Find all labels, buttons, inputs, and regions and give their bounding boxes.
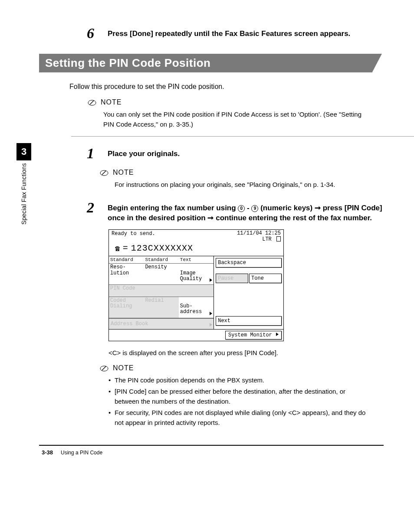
chevron-right-icon xyxy=(210,323,212,326)
step-number: 6 xyxy=(87,26,97,41)
step-number: 2 xyxy=(87,200,97,215)
note-bullet-list: The PIN code position depends on the PBX… xyxy=(108,375,371,428)
lcd-screenshot: Ready to send. 11/11/04 12:25 LTR ☎ = 12… xyxy=(108,229,284,341)
section-heading: Setting the PIN Code Position xyxy=(39,54,372,72)
lcd-datetime: 11/11/04 12:25 xyxy=(237,230,281,236)
note-block: NOTE xyxy=(100,364,384,373)
footer-title: Using a PIN Code xyxy=(61,450,102,456)
lcd-backspace-button[interactable]: Backspace xyxy=(216,258,282,268)
svg-line-1 xyxy=(90,101,94,104)
pencil-note-icon xyxy=(88,98,96,107)
step-description: <C> is displayed on the screen after you… xyxy=(108,349,384,356)
phone-icon: ☎ xyxy=(115,244,120,253)
chapter-number: 3 xyxy=(16,143,31,160)
lcd-dial-value: 123CXXXXXXX xyxy=(131,243,193,253)
lcd-paper-size: LTR xyxy=(262,236,272,242)
lcd-pause-button[interactable]: Pause xyxy=(216,274,248,283)
numeric-key-0-icon: 0 xyxy=(238,205,245,212)
step-text: Press [Done] repeatedly until the Fax Ba… xyxy=(108,26,350,39)
lcd-system-monitor-button[interactable]: System Monitor xyxy=(225,331,282,339)
text-fragment: (numeric keys) xyxy=(258,204,314,212)
pencil-note-icon xyxy=(100,169,108,177)
note-block: NOTE xyxy=(100,169,384,177)
intro-text: Follow this procedure to set the PIN cod… xyxy=(69,83,384,91)
text-fragment: continue entering the rest of the fax nu… xyxy=(214,214,372,222)
lcd-subaddress-button[interactable]: Sub- address xyxy=(179,297,214,318)
list-item: [PIN Code] can be pressed either before … xyxy=(108,387,371,406)
chapter-label: Special Fax Functions xyxy=(20,163,27,225)
lcd-address-book-button[interactable]: Address Book xyxy=(109,318,214,329)
page-number: 3-38 xyxy=(42,449,53,456)
step-text: Begin entering the fax number using 0 - … xyxy=(108,200,384,224)
svg-line-5 xyxy=(102,366,106,370)
footer-rule xyxy=(39,445,384,446)
pencil-note-icon xyxy=(100,364,108,373)
step-2: 2 Begin entering the fax number using 0 … xyxy=(87,200,384,224)
list-item: For security, PIN codes are not displaye… xyxy=(108,408,371,428)
numeric-key-9-icon: 9 xyxy=(251,205,258,212)
lcd-ready-text: Ready to send. xyxy=(112,231,155,242)
lcd-resolution-button[interactable]: Reso- lution xyxy=(109,264,144,285)
note-body: You can only set the PIN code position i… xyxy=(103,110,371,129)
equals-sign: = xyxy=(123,243,128,253)
lcd-next-button[interactable]: Next xyxy=(216,316,282,326)
lcd-quality-value: Text xyxy=(179,256,214,264)
lcd-density-button[interactable]: Density xyxy=(144,264,178,285)
lcd-coded-dialing-button[interactable]: Coded Dialing xyxy=(109,297,144,318)
document-icon xyxy=(276,236,281,242)
chevron-right-icon xyxy=(210,312,212,315)
text-fragment: Begin entering the fax number using xyxy=(108,204,238,212)
step-6: 6 Press [Done] repeatedly until the Fax … xyxy=(87,26,384,41)
note-label: NOTE xyxy=(113,364,134,372)
note-label: NOTE xyxy=(113,169,134,176)
step-1: 1 Place your originals. xyxy=(87,146,384,161)
arrow-icon: ➞ xyxy=(315,204,321,212)
note-block: NOTE xyxy=(88,98,384,107)
lcd-image-quality-button[interactable]: Image Quality xyxy=(179,264,214,285)
chapter-tab: 3 Special Fax Functions xyxy=(16,143,31,225)
lcd-tone-button[interactable]: Tone xyxy=(249,274,282,283)
note-body: For instructions on placing your origina… xyxy=(115,180,371,190)
list-item: The PIN code position depends on the PBX… xyxy=(108,375,371,385)
chevron-right-icon xyxy=(276,333,279,336)
step-text: Place your originals. xyxy=(108,146,180,159)
note-label: NOTE xyxy=(101,98,122,106)
svg-line-3 xyxy=(102,171,106,175)
lcd-redial-button[interactable]: Redial xyxy=(144,297,178,318)
text-fragment: - xyxy=(245,204,251,212)
page-footer: 3-38 Using a PIN Code xyxy=(39,449,384,456)
arrow-icon: ➞ xyxy=(207,214,214,222)
lcd-resolution-value: Standard xyxy=(109,256,144,264)
divider xyxy=(71,136,414,137)
lcd-density-value: Standard xyxy=(144,256,178,264)
step-number: 1 xyxy=(87,146,97,161)
lcd-pin-code-button[interactable]: PIN Code xyxy=(109,285,214,297)
chevron-right-icon xyxy=(210,278,212,282)
